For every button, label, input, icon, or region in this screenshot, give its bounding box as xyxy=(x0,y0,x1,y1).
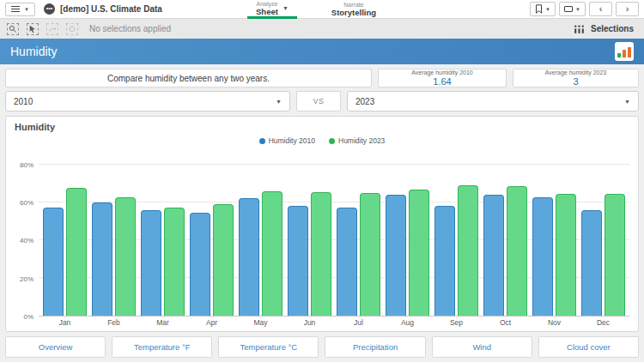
bar-humidity-2010-nov[interactable] xyxy=(532,197,553,316)
kpi-row: Compare humidity between any two years. … xyxy=(5,69,639,87)
y-axis-tick-label: 80% xyxy=(20,160,33,168)
legend-item-humidity-2010[interactable]: Humidity 2010 xyxy=(259,136,315,145)
bar-group-oct xyxy=(483,149,527,316)
sheet-nav-row: Overview Temperature °F Temperature °C P… xyxy=(5,336,639,358)
kpi-label: Average humidity 2023 xyxy=(545,69,606,75)
clear-selections-icon xyxy=(66,23,78,35)
kpi-average-humidity-2010[interactable]: Average humidity 2010 1.64 xyxy=(378,69,507,87)
chevron-left-icon: ‹ xyxy=(599,4,603,14)
topbar-actions: ▼ ▼ ‹ › xyxy=(530,2,639,16)
bookmark-icon xyxy=(535,4,543,14)
x-axis-tick-label: Aug xyxy=(386,318,429,327)
bar-humidity-2010-jun[interactable] xyxy=(288,206,308,316)
bar-group-apr xyxy=(190,149,234,316)
y-axis-tick-label: 40% xyxy=(20,237,33,244)
kpi-average-humidity-2023[interactable]: Average humidity 2023 3 xyxy=(513,69,639,87)
x-axis-tick-label: Mar xyxy=(141,318,185,327)
app-title: [demo] U.S. Climate Data xyxy=(60,4,162,14)
tab-analyze-sheet[interactable]: Analyze Sheet ▼ xyxy=(247,0,297,19)
next-sheet-button[interactable]: › xyxy=(616,2,639,16)
sheet-list-icon xyxy=(564,6,573,12)
chevron-down-icon: ▼ xyxy=(624,99,630,105)
tab-narrate-label: Narrate xyxy=(343,2,363,8)
selections-toolbar: No selections applied Selections xyxy=(0,19,644,39)
sheet-thumbnail-chart-icon[interactable] xyxy=(615,42,634,61)
tab-narrate-storytelling[interactable]: Narrate Storytelling xyxy=(323,0,385,19)
description-text-panel: Compare humidity between any two years. xyxy=(5,69,372,87)
selections-label: Selections xyxy=(591,24,634,33)
bar-humidity-2010-aug[interactable] xyxy=(386,195,406,316)
bar-humidity-2010-jul[interactable] xyxy=(337,208,357,316)
nav-button-precipitation[interactable]: Precipitation xyxy=(325,336,425,358)
legend-item-humidity-2023[interactable]: Humidity 2023 xyxy=(329,136,385,145)
bar-humidity-2023-jan[interactable] xyxy=(66,188,87,316)
year-left-dropdown[interactable]: 2010 ▼ xyxy=(5,91,290,112)
x-axis-tick-label: Jan xyxy=(43,318,87,327)
bar-humidity-2023-aug[interactable] xyxy=(409,190,429,316)
chart-bars xyxy=(39,149,629,316)
bar-humidity-2023-oct[interactable] xyxy=(507,186,527,316)
bar-humidity-2010-feb[interactable] xyxy=(92,202,112,316)
year-filter-row: 2010 ▼ VS 2023 ▼ xyxy=(5,91,639,112)
previous-sheet-button[interactable]: ‹ xyxy=(589,2,612,16)
view-tabs: Analyze Sheet ▼ Narrate Storytelling xyxy=(247,0,385,19)
global-menu-button[interactable]: ▼ xyxy=(5,3,35,16)
legend-label: Humidity 2010 xyxy=(269,136,315,145)
bar-humidity-2023-sep[interactable] xyxy=(458,185,478,316)
year-right-dropdown[interactable]: 2023 ▼ xyxy=(347,91,639,112)
bar-humidity-2010-mar[interactable] xyxy=(141,210,161,316)
vs-label-panel: VS xyxy=(296,91,341,112)
nav-button-wind[interactable]: Wind xyxy=(432,336,532,358)
nav-button-temperature-f[interactable]: Temperature °F xyxy=(112,336,212,358)
legend-dot-icon xyxy=(329,138,335,144)
bar-humidity-2010-may[interactable] xyxy=(239,198,259,316)
x-axis-tick-label: May xyxy=(239,318,283,327)
bar-humidity-2023-mar[interactable] xyxy=(164,208,185,316)
x-axis-tick-label: Feb xyxy=(92,318,136,327)
tab-storytelling-label: Storytelling xyxy=(331,9,376,17)
bar-humidity-2010-dec[interactable] xyxy=(581,210,602,316)
bar-humidity-2010-oct[interactable] xyxy=(483,195,504,316)
kpi-value: 3 xyxy=(573,77,578,87)
x-axis-tick-label: Oct xyxy=(483,318,527,327)
bar-humidity-2023-jul[interactable] xyxy=(360,193,380,316)
smart-search-icon[interactable] xyxy=(7,23,19,35)
description-text: Compare humidity between any two years. xyxy=(107,74,270,83)
bar-humidity-2010-apr[interactable] xyxy=(190,213,210,316)
selections-tool-button[interactable]: Selections xyxy=(570,19,637,39)
x-axis-tick-label: Jul xyxy=(337,318,380,327)
selections-status-text: No selections applied xyxy=(89,24,171,33)
bar-humidity-2023-feb[interactable] xyxy=(115,197,136,316)
bar-humidity-2010-jan[interactable] xyxy=(43,208,64,316)
x-axis-tick-label: Sep xyxy=(434,318,478,327)
y-axis-tick-label: 20% xyxy=(20,275,33,282)
bar-group-nov xyxy=(532,149,576,316)
bar-group-jan xyxy=(43,149,87,316)
chevron-right-icon: › xyxy=(626,4,629,14)
bar-humidity-2023-dec[interactable] xyxy=(605,194,625,316)
kpi-label: Average humidity 2010 xyxy=(411,69,472,75)
chevron-down-icon[interactable]: ▼ xyxy=(283,5,289,11)
lasso-select-icon[interactable] xyxy=(27,23,39,35)
nav-button-temperature-c[interactable]: Temperature °C xyxy=(218,336,319,358)
chart-plot-area: 0%20%40%60%80% xyxy=(15,149,629,317)
top-bar: ▼ ••• [demo] U.S. Climate Data Analyze S… xyxy=(0,0,644,19)
nav-button-overview[interactable]: Overview xyxy=(5,336,106,358)
humidity-bar-chart: Humidity Humidity 2010 Humidity 2023 0%2… xyxy=(5,116,639,332)
bar-group-jul xyxy=(337,149,380,316)
bar-humidity-2023-jun[interactable] xyxy=(311,192,331,316)
bar-humidity-2023-apr[interactable] xyxy=(213,204,234,316)
bar-group-may xyxy=(239,149,283,316)
tab-analyze-label: Analyze xyxy=(256,1,277,7)
y-axis-tick-label: 0% xyxy=(23,313,33,321)
bar-humidity-2010-sep[interactable] xyxy=(434,206,455,316)
bar-group-jun xyxy=(288,149,331,316)
chevron-down-icon: ▼ xyxy=(24,7,29,12)
sheet-content: Compare humidity between any two years. … xyxy=(0,64,644,361)
nav-button-cloud-cover[interactable]: Cloud cover xyxy=(538,336,639,358)
bar-group-aug xyxy=(386,149,429,316)
bar-humidity-2023-may[interactable] xyxy=(262,191,283,317)
bookmarks-button[interactable]: ▼ xyxy=(530,2,556,16)
sheet-selector-button[interactable]: ▼ xyxy=(559,2,586,16)
bar-humidity-2023-nov[interactable] xyxy=(556,194,576,316)
